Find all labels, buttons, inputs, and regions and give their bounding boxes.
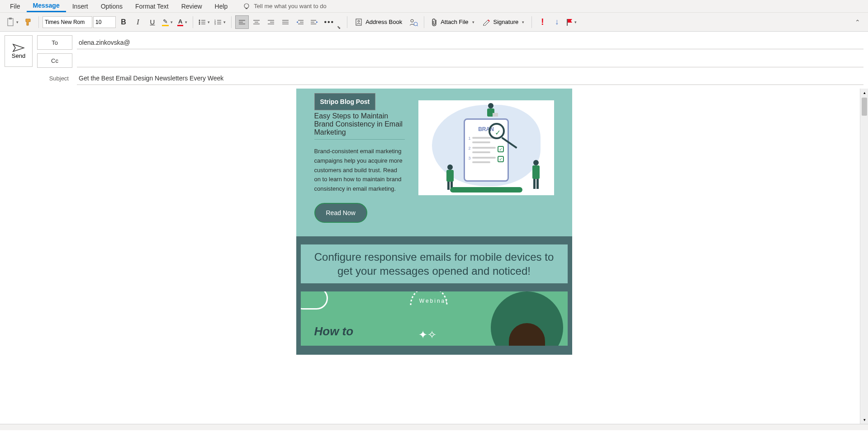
bold-button[interactable]: B <box>117 15 130 29</box>
svg-point-47 <box>533 160 539 165</box>
menu-file[interactable]: File <box>4 1 27 12</box>
align-right-button[interactable] <box>264 15 278 29</box>
svg-text:3: 3 <box>214 23 216 25</box>
italic-button[interactable]: I <box>131 15 145 29</box>
svg-rect-42 <box>493 113 498 117</box>
svg-rect-45 <box>447 182 450 190</box>
svg-line-38 <box>417 25 418 26</box>
scroll-up-icon[interactable]: ▴ <box>860 89 868 97</box>
align-center-icon <box>253 19 260 25</box>
signature-label: Signature <box>493 19 519 25</box>
scroll-thumb[interactable] <box>862 98 867 116</box>
svg-point-0 <box>244 4 249 8</box>
signature-icon <box>483 19 491 26</box>
menu-options[interactable]: Options <box>95 1 129 12</box>
menu-message[interactable]: Message <box>27 0 66 12</box>
svg-rect-48 <box>532 165 540 179</box>
status-bar <box>0 424 868 430</box>
more-options-button[interactable]: ••• <box>322 15 336 29</box>
address-book-label: Address Book <box>365 19 402 25</box>
high-importance-button[interactable]: ! <box>536 15 549 29</box>
send-button[interactable]: Send <box>5 35 33 67</box>
font-size-select[interactable] <box>93 16 116 28</box>
font-color-button[interactable]: A ▾ <box>175 15 189 29</box>
align-center-button[interactable] <box>250 15 263 29</box>
decrease-indent-icon <box>296 19 304 25</box>
align-right-icon <box>268 19 274 25</box>
read-now-button[interactable]: Read Now <box>314 203 367 223</box>
align-justify-icon <box>282 19 289 25</box>
highlight-icon: ✎ <box>162 18 169 26</box>
message-body[interactable]: Stripo Blog Post Easy Steps to Maintain … <box>0 89 868 424</box>
svg-point-40 <box>488 103 493 108</box>
to-button[interactable]: To <box>37 35 72 50</box>
svg-rect-1 <box>246 8 247 9</box>
numbering-icon: 123 <box>214 19 222 25</box>
send-icon <box>12 43 25 52</box>
menu-help[interactable]: Help <box>209 1 234 12</box>
chevron-down-icon: ▾ <box>171 20 173 24</box>
low-importance-button[interactable]: ↓ <box>550 15 564 29</box>
banner-text: Configure responsive emails for mobile d… <box>310 250 559 278</box>
attach-file-button[interactable]: Attach File ▾ <box>428 15 478 29</box>
font-color-icon: A <box>177 18 183 26</box>
dialog-launcher-icon[interactable]: ⬊ <box>337 25 341 30</box>
scroll-down-icon[interactable]: ▾ <box>860 416 868 424</box>
signature-button[interactable]: Signature ▾ <box>479 15 528 29</box>
svg-point-4 <box>199 19 200 21</box>
svg-point-37 <box>414 22 417 26</box>
follow-up-button[interactable]: ▾ <box>564 15 579 29</box>
menu-format-text[interactable]: Format Text <box>129 1 175 12</box>
svg-rect-3 <box>9 18 12 19</box>
align-justify-button[interactable] <box>279 15 292 29</box>
chevron-down-icon: ▾ <box>223 20 226 24</box>
banner-section: Configure responsive emails for mobile d… <box>296 236 572 291</box>
paste-button[interactable]: ▾ <box>5 15 20 29</box>
font-name-select[interactable] <box>43 16 92 28</box>
highlight-button[interactable]: ✎ ▾ <box>160 15 175 29</box>
webinar-badge: Webinar <box>419 298 449 304</box>
blog-post-title: Easy Steps to Maintain Brand Consistency… <box>314 112 405 140</box>
svg-rect-2 <box>8 19 13 26</box>
flag-icon <box>566 19 573 26</box>
chevron-down-icon: ▾ <box>185 20 187 24</box>
menu-bar: File Message Insert Options Format Text … <box>0 0 868 13</box>
numbering-button[interactable]: 123 ▾ <box>213 15 228 29</box>
chevron-down-icon: ▾ <box>472 20 474 24</box>
webinar-title: How to <box>314 324 354 338</box>
decrease-indent-button[interactable] <box>293 15 307 29</box>
check-names-icon <box>409 18 418 26</box>
address-book-icon <box>355 18 363 26</box>
format-painter-button[interactable] <box>21 15 35 29</box>
check-names-button[interactable] <box>407 15 420 29</box>
align-left-button[interactable] <box>235 15 249 29</box>
to-field[interactable] <box>77 36 863 49</box>
increase-indent-icon <box>311 19 318 25</box>
format-painter-icon <box>24 18 32 26</box>
separator <box>38 16 39 28</box>
address-book-button[interactable]: Address Book <box>351 15 406 29</box>
menu-insert[interactable]: Insert <box>66 1 95 12</box>
webinar-image: Webinar How to ✦✧ <box>301 291 568 346</box>
chevron-down-icon: ▾ <box>522 20 524 24</box>
underline-button[interactable]: U <box>146 15 159 29</box>
blog-post-label: Stripo Blog Post <box>314 93 376 110</box>
chevron-down-icon: ▾ <box>16 20 19 24</box>
tell-me-search[interactable]: Tell me what you want to do <box>243 3 326 10</box>
webinar-section: Webinar How to ✦✧ <box>296 291 572 355</box>
subject-label: Subject <box>37 75 72 82</box>
paste-icon <box>6 18 14 27</box>
increase-indent-button[interactable] <box>308 15 321 29</box>
scrollbar[interactable]: ▴ ▾ <box>860 89 868 424</box>
svg-point-6 <box>199 21 200 23</box>
cc-field[interactable] <box>77 54 863 67</box>
separator <box>193 16 193 28</box>
menu-review[interactable]: Review <box>175 1 209 12</box>
subject-field[interactable] <box>77 71 863 85</box>
bullets-button[interactable]: ▾ <box>197 15 212 29</box>
svg-rect-44 <box>446 170 454 182</box>
chevron-down-icon: ▾ <box>574 20 577 24</box>
svg-point-35 <box>358 20 360 22</box>
collapse-ribbon-button[interactable]: ⌃ <box>851 15 864 29</box>
cc-button[interactable]: Cc <box>37 53 72 68</box>
